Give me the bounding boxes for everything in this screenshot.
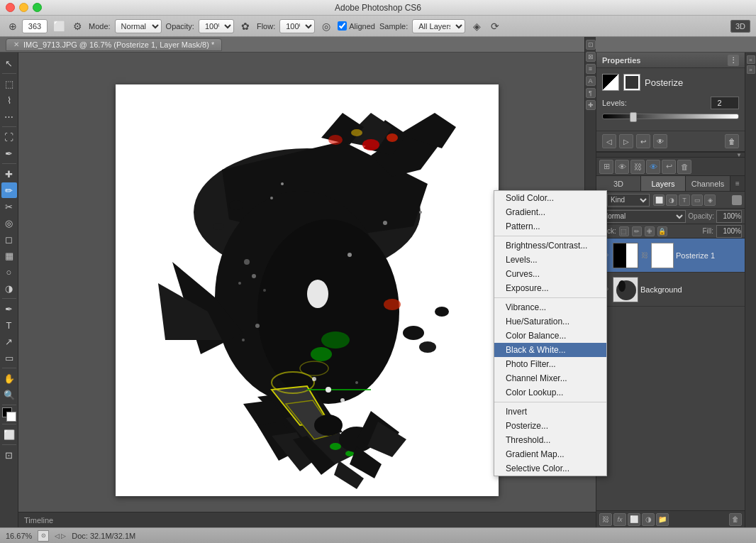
dodge-tool[interactable]: ◑	[1, 280, 17, 296]
filter-shape-icon[interactable]: ▭	[691, 194, 703, 206]
brush-tool[interactable]: ✏	[1, 182, 17, 198]
filter-pixel-icon[interactable]: ⬜	[653, 194, 665, 206]
move-icon[interactable]: ⊕	[6, 19, 20, 33]
ctx-threshold[interactable]: Threshold...	[494, 433, 606, 447]
history-brush-tool[interactable]: ◎	[1, 215, 17, 231]
layers-menu-button[interactable]: ≡	[730, 176, 745, 191]
far-right-expand[interactable]: »	[747, 65, 755, 74]
ctx-exposure[interactable]: Exposure...	[494, 281, 606, 295]
hand-tool[interactable]: ✋	[1, 371, 17, 386]
layers-icon-refresh[interactable]: ↩	[662, 160, 676, 174]
strip-icon-6[interactable]: ✚	[586, 100, 596, 110]
layer-group-icon[interactable]: 📁	[656, 513, 669, 526]
strip-icon-4[interactable]: A	[586, 76, 596, 86]
filter-type-icon[interactable]: T	[679, 194, 690, 206]
move-tool[interactable]: ↖	[1, 55, 17, 71]
strip-icon-5[interactable]: ¶	[586, 88, 596, 98]
clone-tool[interactable]: ✂	[1, 199, 17, 214]
ctx-vibrance[interactable]: Vibrance...	[494, 300, 606, 314]
blur-tool[interactable]: ○	[1, 264, 17, 280]
levels-input[interactable]: 2	[711, 97, 739, 109]
layer-fx-icon[interactable]: fx	[613, 513, 626, 526]
quick-mask-tool[interactable]: ⬜	[1, 427, 17, 442]
ctx-photo-filter[interactable]: Photo Filter...	[494, 357, 606, 371]
ctx-hue-sat[interactable]: Hue/Saturation...	[494, 314, 606, 329]
tab-channels[interactable]: Channels	[686, 176, 730, 191]
minimize-button[interactable]	[19, 3, 28, 12]
lock-all-icon[interactable]: 🔒	[657, 226, 667, 236]
brush-settings-icon[interactable]: ⚙	[70, 19, 84, 33]
layers-icon-eye-active[interactable]: 👁	[646, 160, 660, 174]
ctx-pattern[interactable]: Pattern...	[494, 219, 606, 234]
blend-mode-select[interactable]: Normal	[599, 210, 686, 223]
ctx-black-white[interactable]: Black & White...	[494, 343, 606, 357]
strip-icon-1[interactable]: ⊡	[586, 40, 596, 50]
fill-input[interactable]	[716, 225, 742, 238]
layer-item-background[interactable]: 👁 Background	[596, 273, 745, 307]
filter-smartobj-icon[interactable]: ◈	[704, 194, 716, 206]
marquee-tool[interactable]: ⬚	[1, 76, 17, 92]
layers-icon-grid[interactable]: ⊞	[599, 160, 613, 174]
layer-delete-icon[interactable]: 🗑	[729, 513, 742, 526]
mode-select[interactable]: Normal	[115, 19, 162, 33]
ctx-selective-color[interactable]: Selective Color...	[494, 461, 606, 476]
zoom-tool[interactable]: 🔍	[1, 387, 17, 402]
opacity-select[interactable]: 100%	[199, 19, 234, 33]
opacity-input[interactable]	[716, 210, 742, 223]
status-right-arrow[interactable]: ▷	[61, 532, 66, 539]
brush-size-input[interactable]	[22, 19, 48, 33]
foreground-color[interactable]	[2, 407, 16, 422]
prop-icon-1[interactable]: ◁	[602, 134, 616, 148]
brush-preset-icon[interactable]: ⬜	[52, 19, 66, 33]
layer-adjustment-icon[interactable]: ◑	[642, 513, 655, 526]
crop-tool[interactable]: ⛶	[1, 129, 17, 145]
ctx-levels[interactable]: Levels...	[494, 253, 606, 267]
prop-visibility-icon[interactable]: 👁	[653, 134, 667, 148]
eraser-tool[interactable]: ◻	[1, 231, 17, 247]
prop-delete-icon[interactable]: 🗑	[725, 134, 739, 148]
ctx-brightness[interactable]: Brightness/Contrast...	[494, 238, 606, 253]
lock-position-icon[interactable]: ✙	[645, 226, 655, 236]
status-left-arrow[interactable]: ◁	[55, 532, 60, 539]
tab-close-icon[interactable]: ✕	[13, 40, 19, 48]
flow-select[interactable]: 100%	[279, 19, 315, 33]
lasso-tool[interactable]: ⌇	[1, 92, 17, 108]
filter-adjust-icon[interactable]: ◑	[666, 194, 677, 206]
strip-icon-3[interactable]: ≡	[586, 64, 596, 74]
ctx-curves[interactable]: Curves...	[494, 267, 606, 281]
heal-tool[interactable]: ✚	[1, 166, 17, 182]
prop-reset-icon[interactable]: ↩	[636, 134, 650, 148]
ctx-gradient-map[interactable]: Gradient Map...	[494, 447, 606, 461]
type-tool[interactable]: T	[1, 317, 17, 333]
aligned-checkbox[interactable]: Aligned	[338, 21, 375, 31]
ctx-solid-color[interactable]: Solid Color...	[494, 191, 606, 205]
sample-select[interactable]: All Layers	[412, 19, 465, 33]
lock-paint-icon[interactable]: ✏	[632, 226, 642, 236]
prop-icon-2[interactable]: ▷	[619, 134, 633, 148]
strip-icon-2[interactable]: ⊠	[586, 52, 596, 62]
tab-3d[interactable]: 3D	[596, 176, 641, 191]
far-right-collapse[interactable]: «	[747, 55, 755, 64]
quick-select-tool[interactable]: ⋯	[1, 109, 17, 124]
layers-icon-trash[interactable]: 🗑	[677, 160, 691, 174]
filter-kind-select[interactable]: Kind	[607, 194, 650, 207]
ctx-invert[interactable]: Invert	[494, 405, 606, 419]
three-d-button[interactable]: 3D	[730, 22, 750, 31]
ctx-posterize[interactable]: Posterize...	[494, 419, 606, 433]
ctx-channel-mixer[interactable]: Channel Mixer...	[494, 371, 606, 385]
properties-panel-icon-1[interactable]: ⋮	[728, 55, 739, 66]
ctx-color-lookup[interactable]: Color Lookup...	[494, 385, 606, 400]
flow-airbrush-icon[interactable]: ◎	[319, 19, 333, 33]
path-select-tool[interactable]: ↗	[1, 334, 17, 349]
maximize-button[interactable]	[33, 3, 42, 12]
gradient-tool[interactable]: ▦	[1, 248, 17, 263]
eyedropper-tool[interactable]: ✒	[1, 146, 17, 161]
levels-slider-thumb[interactable]	[630, 112, 637, 122]
lock-transparent-icon[interactable]: ⬚	[619, 226, 629, 236]
layer-link-icon[interactable]: ⛓	[599, 513, 612, 526]
collapse-icon[interactable]: ▼	[736, 152, 742, 158]
ctx-color-balance[interactable]: Color Balance...	[494, 329, 606, 343]
filter-toggle[interactable]	[732, 195, 742, 205]
opacity-airbrush-icon[interactable]: ✿	[238, 19, 252, 33]
zoom-preview-button[interactable]: ⊙	[38, 530, 49, 542]
